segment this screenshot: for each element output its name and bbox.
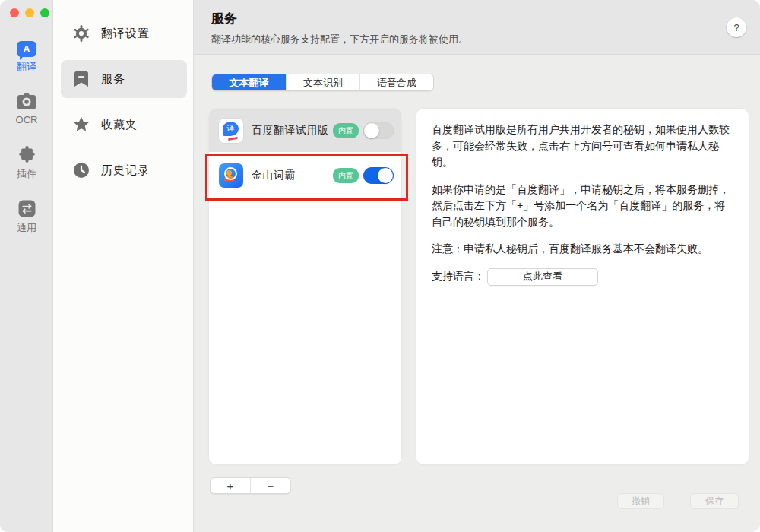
sidebar-item-favorites[interactable]: 收藏夹 [61, 106, 187, 144]
toggle-knob [364, 123, 379, 138]
sidebar-item-services[interactable]: 服务 [61, 60, 187, 98]
nav-rail: A 翻译 OCR 插件 通用 [0, 0, 53, 532]
sidebar-item-label: 收藏夹 [101, 118, 138, 132]
page-header: 服务 翻译功能的核心服务支持配置，下方开启的服务将被使用。 ? [194, 0, 760, 55]
service-row-baidu[interactable]: 译 百度翻译试用版 内置 [209, 109, 401, 152]
settings-sidebar: 翻译设置 服务 收藏夹 历史记录 [53, 0, 194, 532]
add-service-button[interactable]: + [211, 478, 250, 493]
service-name: 百度翻译试用版 [252, 124, 333, 138]
nav-item-label: 插件 [17, 167, 36, 181]
camera-icon [17, 93, 36, 111]
detail-paragraph: 百度翻译试用版是所有用户共用开发者的秘钥，如果使用人数较多，可能会经常失败，点击… [432, 122, 733, 171]
nav-item-plugin[interactable]: 插件 [0, 145, 53, 181]
detail-paragraph: 如果你申请的是「百度翻译」，申请秘钥之后，将本服务删掉，然后点击左下方「+」号添… [432, 182, 733, 231]
nav-item-label: OCR [16, 114, 38, 125]
nav-item-ocr[interactable]: OCR [0, 93, 53, 125]
page-subtitle: 翻译功能的核心服务支持配置，下方开启的服务将被使用。 [211, 33, 468, 46]
minus-icon: − [268, 480, 274, 492]
tab-text-recognition[interactable]: 文本识别 [286, 74, 359, 90]
tab-text-translate[interactable]: 文本翻译 [212, 74, 286, 90]
sidebar-item-translate-settings[interactable]: 翻译设置 [61, 14, 187, 52]
iciba-magnifier-ring [224, 167, 237, 180]
remove-service-button[interactable]: − [250, 478, 290, 493]
minimize-button[interactable] [25, 8, 34, 17]
bookmark-icon [72, 70, 90, 88]
service-list: 译 百度翻译试用版 内置 金山词霸 内置 [209, 109, 401, 464]
app-window: A 翻译 OCR 插件 通用 翻译设置 [0, 0, 760, 532]
supported-languages-row: 支持语言： 点此查看 [432, 268, 733, 286]
question-mark-icon: ? [733, 22, 739, 33]
builtin-badge: 内置 [333, 123, 359, 138]
page-title: 服务 [211, 10, 237, 27]
zoom-button[interactable] [40, 8, 49, 17]
toggle-knob [378, 168, 393, 183]
service-add-remove-control: + − [210, 477, 291, 494]
close-button[interactable] [10, 8, 19, 17]
baidu-bubble-glyph: 译 [223, 122, 239, 136]
detail-note: 注意：申请私人秘钥后，百度翻译服务基本不会翻译失败。 [432, 241, 733, 258]
help-button[interactable]: ? [727, 17, 746, 37]
clock-icon [72, 161, 90, 179]
translate-bubble-icon: A [17, 41, 36, 57]
baidu-underline [228, 136, 238, 140]
tab-speech-synthesis[interactable]: 语音合成 [359, 74, 433, 90]
view-languages-button[interactable]: 点此查看 [487, 268, 598, 286]
switches-icon [17, 199, 36, 218]
puzzle-icon [17, 145, 36, 164]
sidebar-item-label: 历史记录 [101, 163, 150, 178]
service-name: 金山词霸 [252, 169, 333, 182]
plus-icon: + [227, 480, 234, 492]
sidebar-item-history[interactable]: 历史记录 [61, 151, 187, 189]
service-toggle-iciba[interactable] [363, 167, 394, 184]
service-row-iciba[interactable]: 金山词霸 内置 [209, 152, 401, 198]
star-icon [72, 116, 90, 134]
service-detail-panel: 百度翻译试用版是所有用户共用开发者的秘钥，如果使用人数较多，可能会经常失败，点击… [416, 109, 749, 464]
nav-item-label: 通用 [17, 221, 36, 235]
nav-item-label: 翻译 [17, 60, 36, 74]
builtin-badge: 内置 [333, 168, 359, 183]
traffic-lights [10, 8, 49, 17]
sidebar-item-label: 翻译设置 [101, 27, 150, 41]
nav-item-translate[interactable]: A 翻译 [0, 41, 53, 74]
undo-button[interactable]: 撤销 [617, 493, 664, 509]
sidebar-item-label: 服务 [101, 72, 125, 87]
gear-icon [72, 24, 90, 43]
baidu-translate-app-icon: 译 [219, 119, 243, 143]
service-type-tabs: 文本翻译 文本识别 语音合成 [211, 74, 434, 91]
save-button[interactable]: 保存 [690, 493, 739, 509]
iciba-app-icon [219, 163, 243, 188]
supported-languages-label: 支持语言： [432, 270, 485, 283]
service-toggle-baidu[interactable] [363, 122, 394, 139]
nav-item-general[interactable]: 通用 [0, 199, 53, 235]
